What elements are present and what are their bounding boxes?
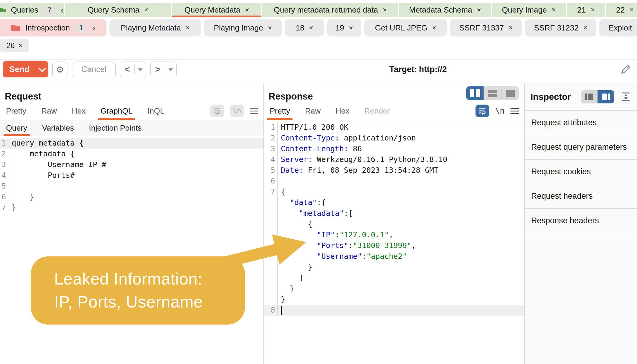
line-number: 7 — [0, 202, 8, 213]
subtab-variables[interactable]: Variables — [42, 120, 74, 136]
inspector-section-request-query-parameters[interactable]: Request query parameters — [525, 135, 637, 160]
inspector-panel: Inspector Request attributesRequest quer… — [525, 83, 637, 364]
settings-button[interactable]: ⚙ — [52, 62, 68, 77]
tab-ssrf-31337[interactable]: SSRF 31337× — [450, 19, 522, 36]
dock-right-button[interactable] — [598, 90, 614, 103]
tab-close-icon[interactable]: × — [18, 42, 22, 50]
inspector-section-request-attributes[interactable]: Request attributes — [525, 111, 637, 135]
tab-close-icon[interactable]: × — [509, 24, 513, 32]
editor-menu-button[interactable] — [510, 108, 519, 114]
tab-close-icon[interactable]: × — [551, 6, 555, 14]
tab-playing-metadata[interactable]: Playing Metadata× — [109, 19, 201, 36]
tab-close-icon[interactable]: × — [583, 24, 587, 32]
tab-close-icon[interactable]: × — [349, 24, 353, 32]
code-token: : — [335, 230, 339, 239]
inspector-section-request-cookies[interactable]: Request cookies — [525, 160, 637, 184]
tab-close-icon[interactable]: × — [477, 6, 481, 14]
group-chevron-icon[interactable]: ‹ — [61, 6, 64, 15]
tab-22[interactable]: 22× — [606, 3, 637, 17]
tab-raw[interactable]: Raw — [304, 102, 321, 120]
history-forward-button[interactable]: > — [150, 62, 177, 77]
code-line: "Ports":"31000-31999", — [264, 240, 524, 251]
tab-render[interactable]: Render — [364, 102, 390, 120]
code-text: } — [278, 294, 524, 305]
tab-26[interactable]: 26× — [0, 39, 29, 52]
graphql-subtabs: QueryVariablesInjection Points — [0, 120, 263, 136]
tab-query-schema[interactable]: Query Schema× — [65, 3, 171, 17]
show-newlines-toggle[interactable]: \n — [495, 106, 505, 116]
code-text: } — [8, 202, 263, 213]
layout-columns-button[interactable] — [466, 86, 484, 100]
code-token: } — [281, 284, 294, 293]
tab-pretty[interactable]: Pretty — [269, 102, 291, 120]
code-line: 4 Ports# — [0, 170, 263, 181]
toolbar: Send ⚙ Cancel < > Target: http://2 — [0, 59, 637, 79]
dropdown-caret-icon[interactable] — [169, 68, 173, 74]
tab-metadata-schema[interactable]: Metadata Schema× — [399, 3, 491, 17]
history-back-button[interactable]: < — [120, 62, 146, 77]
line-number: 3 — [0, 159, 8, 170]
request-editor[interactable]: 1query metadata {2 metadata {3 Username … — [0, 136, 263, 213]
subtab-injection-points[interactable]: Injection Points — [88, 120, 142, 136]
tab-close-icon[interactable]: × — [432, 24, 436, 32]
tab-group-introspection[interactable]: Introspection1› — [0, 19, 106, 36]
word-wrap-toggle[interactable] — [210, 105, 224, 117]
code-text: "data":{ — [278, 197, 524, 208]
send-dropdown-button[interactable] — [36, 61, 48, 77]
cancel-button[interactable]: Cancel — [72, 62, 116, 77]
tab-close-icon[interactable]: × — [245, 6, 249, 14]
tab-query-metadata[interactable]: Query Metadata× — [172, 3, 261, 17]
code-line: 3 Username IP # — [0, 159, 263, 170]
tab-ssrf-31232[interactable]: SSRF 31232× — [525, 19, 596, 36]
dock-left-button[interactable] — [581, 90, 598, 103]
tab-19[interactable]: 19× — [327, 19, 361, 36]
tab-query-metadata-returned-data[interactable]: Query metadata returned data× — [262, 3, 398, 17]
tab-hex[interactable]: Hex — [71, 102, 86, 120]
response-editor[interactable]: 1HTTP/1.0 200 OK2Content-Type: applicati… — [264, 120, 524, 316]
tab-count-badge: 1 — [75, 22, 88, 33]
layout-rows-button[interactable] — [484, 86, 501, 100]
send-button[interactable]: Send — [3, 61, 36, 77]
tab-hex[interactable]: Hex — [335, 102, 350, 120]
edit-pencil-icon[interactable] — [620, 63, 632, 75]
layout-single-button[interactable] — [501, 86, 519, 100]
group-chevron-icon[interactable]: › — [92, 23, 95, 32]
tab-close-icon[interactable]: × — [268, 24, 272, 32]
tab-exploit[interactable]: Exploit× — [599, 19, 637, 36]
tab-query-image[interactable]: Query Image× — [492, 3, 566, 17]
tab-pretty[interactable]: Pretty — [5, 102, 27, 120]
collapse-panel-icon[interactable] — [621, 92, 631, 102]
dropdown-caret-icon[interactable] — [138, 68, 142, 74]
inspector-section-response-headers[interactable]: Response headers — [525, 209, 637, 233]
tab-count-badge: 7 — [43, 5, 56, 16]
tab-inql[interactable]: InQL — [147, 102, 165, 120]
line-number — [264, 197, 278, 208]
tab-close-icon[interactable]: × — [630, 6, 633, 14]
code-token: : — [362, 252, 366, 261]
word-wrap-toggle[interactable] — [476, 105, 489, 117]
tab-21[interactable]: 21× — [567, 3, 605, 17]
tab-close-icon[interactable]: × — [591, 6, 595, 14]
tab-group-queries[interactable]: Queries7‹ — [0, 3, 64, 17]
tab-label: SSRF 31232 — [534, 23, 579, 33]
tab-graphql[interactable]: GraphQL — [100, 102, 133, 120]
back-arrow-icon: < — [121, 64, 134, 74]
subtab-query[interactable]: Query — [5, 120, 28, 136]
annotation-line-1: Leaked Information: — [54, 267, 245, 290]
code-text: { — [278, 186, 524, 197]
tab-raw[interactable]: Raw — [41, 102, 57, 120]
code-token: } — [12, 192, 34, 201]
editor-menu-button[interactable] — [250, 108, 258, 114]
show-newlines-toggle[interactable]: \n — [230, 105, 244, 117]
tab-playing-image[interactable]: Playing Image× — [204, 19, 282, 36]
tab-18[interactable]: 18× — [285, 19, 324, 36]
tab-close-icon[interactable]: × — [383, 6, 387, 14]
inspector-header: Inspector — [525, 83, 637, 111]
code-line: 7{ — [264, 186, 524, 197]
tab-close-icon[interactable]: × — [186, 24, 190, 32]
inspector-section-request-headers[interactable]: Request headers — [525, 184, 637, 209]
tab-label: 26 — [6, 41, 15, 50]
tab-get-url-jpeg[interactable]: Get URL JPEG× — [364, 19, 447, 36]
tab-close-icon[interactable]: × — [144, 6, 148, 14]
tab-close-icon[interactable]: × — [309, 24, 313, 32]
